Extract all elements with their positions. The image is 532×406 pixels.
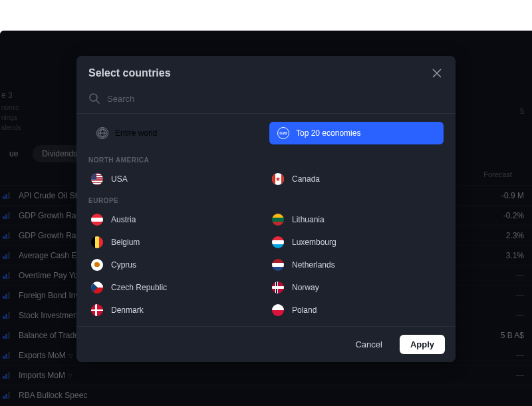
country-option[interactable]: USA	[88, 168, 263, 190]
country-label: Lithuania	[292, 215, 325, 224]
flag-icon	[272, 259, 284, 271]
country-option[interactable]: Denmark	[88, 299, 263, 321]
country-label: Poland	[292, 305, 317, 315]
country-option[interactable]: Poland	[269, 299, 444, 321]
region-header: NORTH AMERICA	[88, 156, 444, 164]
modal-title: Select countries	[88, 67, 171, 79]
country-label: USA	[111, 174, 128, 184]
country-label: Canada	[292, 174, 320, 184]
country-label: Norway	[292, 283, 319, 292]
quick-g20[interactable]: G20 Top 20 economies	[269, 122, 444, 144]
country-label: Belgium	[111, 238, 140, 247]
svg-point-0	[90, 94, 97, 101]
country-option[interactable]: Luxembourg	[269, 231, 444, 254]
country-option[interactable]: Lithuania	[269, 208, 444, 231]
country-label: Denmark	[111, 305, 144, 315]
close-icon[interactable]	[430, 67, 444, 80]
search-input[interactable]	[107, 89, 444, 108]
flag-icon	[91, 236, 103, 248]
country-option[interactable]: Norway	[269, 276, 444, 299]
apply-button[interactable]: Apply	[400, 335, 445, 354]
country-option[interactable]: Czech Republic	[88, 276, 263, 299]
quick-entire-world[interactable]: Entire world	[88, 122, 263, 144]
country-option[interactable]: Canada	[269, 168, 444, 190]
country-option[interactable]: Belgium	[88, 231, 263, 254]
country-option[interactable]: Portugal	[269, 321, 444, 326]
flag-icon	[91, 259, 103, 271]
select-countries-modal: Select countries Entire world G20 Top 20…	[76, 56, 456, 362]
quick-g20-label: Top 20 economies	[296, 128, 360, 138]
flag-icon	[91, 282, 103, 294]
cancel-button[interactable]: Cancel	[344, 335, 392, 354]
flag-icon	[272, 173, 284, 185]
country-option[interactable]: Cyprus	[88, 254, 263, 276]
country-label: Luxembourg	[292, 238, 336, 247]
flag-icon	[272, 236, 284, 248]
country-label: Czech Republic	[111, 283, 167, 292]
flag-icon	[91, 304, 103, 316]
flag-icon	[272, 282, 284, 294]
country-label: Netherlands	[292, 260, 335, 270]
country-option[interactable]: Netherlands	[269, 254, 444, 276]
globe-icon	[96, 127, 108, 139]
country-option[interactable]: Austria	[88, 208, 263, 231]
quick-world-label: Entire world	[115, 128, 157, 138]
flag-icon	[272, 214, 284, 226]
country-list[interactable]: NORTH AMERICAUSACanadaEUROPEAustriaLithu…	[76, 150, 456, 326]
country-label: Austria	[111, 215, 136, 224]
search-icon	[88, 93, 100, 104]
country-option[interactable]: Estonia	[88, 321, 263, 326]
flag-icon	[272, 304, 284, 316]
flag-icon	[91, 173, 103, 185]
flag-icon	[91, 214, 103, 226]
region-header: EUROPE	[88, 197, 444, 204]
country-label: Cyprus	[111, 260, 136, 270]
g20-icon: G20	[277, 127, 289, 139]
